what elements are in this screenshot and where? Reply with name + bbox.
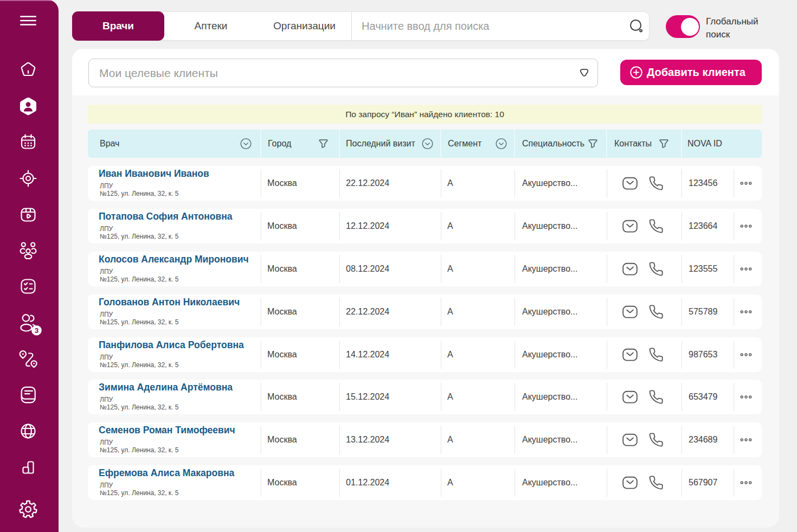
svg-text:3: 3	[35, 326, 39, 335]
